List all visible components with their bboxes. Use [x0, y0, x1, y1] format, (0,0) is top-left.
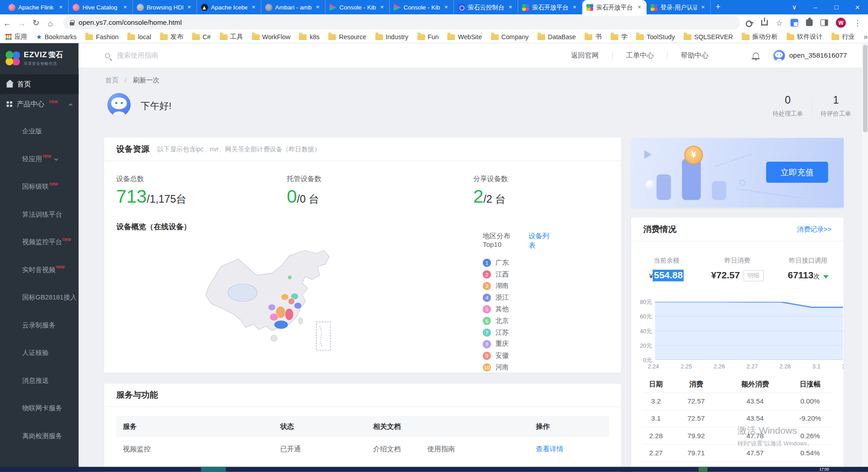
bookmark-star-icon[interactable]	[776, 18, 782, 27]
tab-close-icon[interactable]	[507, 4, 514, 11]
bookmark-folder[interactable]: ToolStudy	[636, 33, 674, 41]
bookmark-folder[interactable]: C#	[192, 33, 211, 41]
detail-button[interactable]: 明细	[743, 270, 764, 281]
bookmark-folder[interactable]: 书	[585, 33, 602, 41]
official-site-link[interactable]: 返回官网	[558, 51, 612, 60]
bookmarks-star-item[interactable]: Bookmarks	[36, 33, 77, 41]
address-bar[interactable]: open.ys7.com/console/home.html	[63, 16, 740, 30]
recharge-button[interactable]: 立即充值	[766, 162, 828, 183]
bookmark-folder[interactable]: Resource	[329, 33, 366, 41]
sidebar-subitem[interactable]: 离岗检测服务	[0, 422, 79, 449]
breadcrumb-home[interactable]: 首页	[105, 77, 119, 84]
browser-tab[interactable]: Apache Flink W	[5, 0, 69, 14]
pending-workorders[interactable]: 0 待处理工单	[769, 94, 807, 118]
browser-tab[interactable]: Console - Kiba	[326, 0, 390, 14]
workorder-center-link[interactable]: 工单中心	[613, 51, 667, 60]
bookmark-folder[interactable]: 工具	[220, 33, 243, 41]
translate-icon[interactable]	[791, 19, 798, 27]
sidebar-subitem[interactable]: 实时音视频 new	[0, 256, 79, 283]
tab-close-icon[interactable]	[186, 4, 193, 11]
sidebar-subitem[interactable]: 物联网卡服务	[0, 394, 79, 422]
toreview-workorders[interactable]: 1 待评价工单	[817, 94, 855, 118]
tab-close-icon[interactable]	[250, 4, 257, 11]
windows-taskbar[interactable]: 17:00	[0, 467, 868, 472]
bookmark-folder[interactable]: 发布	[160, 33, 183, 41]
sidebar-subitem[interactable]: 国标级联 new	[0, 173, 79, 200]
apps-shortcut[interactable]: 应用	[5, 33, 27, 41]
browser-tab[interactable]: 萤石开放平台-提	[583, 0, 647, 14]
username[interactable]: open_3581616077	[789, 51, 847, 59]
tab-close-icon[interactable]	[58, 4, 64, 11]
service-doc-guide[interactable]: 使用指南	[427, 445, 455, 454]
profile-avatar[interactable]: W	[836, 18, 846, 27]
breadcrumb-current[interactable]: 刷新一次	[133, 77, 159, 84]
browser-tab[interactable]: Hive Catalog |	[68, 0, 133, 14]
sidebar-subitem[interactable]: 算法训练平台	[0, 200, 79, 228]
ezviz-logo[interactable]: EZVIZ 萤石 乐享安全智能生活	[0, 43, 79, 74]
bookmark-folder[interactable]: Company	[491, 33, 529, 41]
taskbar-app[interactable]	[201, 467, 226, 472]
taskbar-app[interactable]	[699, 467, 708, 472]
close-button[interactable]	[847, 3, 868, 12]
browser-tab[interactable]: 登录-用户认证中	[646, 0, 711, 14]
bookmark-folder[interactable]: k8s	[299, 33, 320, 41]
browser-tab[interactable]: Ambari - amba	[261, 0, 326, 14]
tab-close-icon[interactable]	[443, 4, 450, 11]
back-button[interactable]	[0, 18, 14, 27]
sidebar-subitem[interactable]: 国标GB28181接入	[0, 284, 79, 311]
tab-close-icon[interactable]	[122, 4, 129, 11]
sidebar-item[interactable]: 首页	[0, 74, 79, 94]
browser-tab[interactable]: 萤石云控制台_E	[454, 0, 518, 14]
reload-button[interactable]	[29, 18, 43, 27]
view-details-link[interactable]: 查看详情	[536, 445, 563, 453]
tab-close-icon[interactable]	[314, 4, 321, 11]
tab-close-icon[interactable]	[700, 4, 706, 11]
bookmark-folder[interactable]: 学	[610, 33, 628, 41]
bookmark-folder[interactable]: WorkFlow	[252, 33, 290, 41]
password-key-icon[interactable]	[746, 20, 754, 25]
extensions-icon[interactable]	[806, 19, 813, 26]
sidebar-subitem[interactable]: 轻应用 new	[0, 145, 79, 172]
tab-search-icon[interactable]	[784, 3, 805, 11]
bookmark-folder[interactable]: Fun	[417, 33, 439, 41]
sidebar-subitem[interactable]: 云录制服务	[0, 311, 79, 339]
search-input[interactable]	[116, 51, 282, 60]
bookmark-folder[interactable]: DataBase	[538, 33, 576, 41]
sidebar-subitem[interactable]: 视频监控平台 new	[0, 228, 79, 256]
bookmark-folder[interactable]: Industry	[375, 33, 408, 41]
browser-tab[interactable]: Browsing HDFS	[133, 0, 197, 14]
tab-close-icon[interactable]	[379, 4, 385, 11]
bookmark-folder[interactable]: local	[127, 33, 151, 41]
device-list-link[interactable]: 设备列表	[529, 231, 556, 250]
page-scrollbar[interactable]	[862, 43, 868, 467]
sidebar-subitem[interactable]: 企业版	[0, 118, 79, 145]
user-avatar[interactable]	[773, 50, 785, 61]
bookmark-folder[interactable]: 软件设计	[787, 33, 823, 41]
url-text[interactable]: open.ys7.com/console/home.html	[79, 19, 182, 27]
consumption-records-link[interactable]: 消费记录>>	[797, 225, 832, 234]
menu-kebab-icon[interactable]	[854, 18, 861, 27]
browser-tab[interactable]: 萤石开放平台-开	[518, 0, 583, 14]
minimize-button[interactable]	[805, 3, 826, 11]
new-tab-button[interactable]	[711, 0, 725, 14]
notification-bell-icon[interactable]	[753, 53, 759, 58]
side-panel-icon[interactable]	[820, 19, 828, 26]
bookmark-folder[interactable]: 行业	[832, 33, 855, 41]
bookmark-folder[interactable]: Fashion	[86, 33, 119, 41]
forward-button[interactable]	[14, 18, 29, 27]
browser-tab[interactable]: Console - Kiba	[390, 0, 454, 14]
bookmarks-overflow-icon[interactable]	[863, 33, 868, 41]
service-doc-intro[interactable]: 介绍文档	[373, 445, 401, 454]
tab-close-icon[interactable]	[571, 4, 578, 11]
bookmark-folder[interactable]: 振动分析	[742, 33, 778, 41]
share-icon[interactable]	[761, 20, 768, 25]
help-center-link[interactable]: 帮助中心	[668, 51, 722, 60]
bookmark-folder[interactable]: WebSite	[448, 33, 482, 41]
dropdown-arrow-icon[interactable]	[823, 275, 828, 278]
maximize-button[interactable]	[826, 3, 847, 11]
tab-close-icon[interactable]	[636, 4, 643, 11]
browser-tab[interactable]: Apache Iceberg	[197, 0, 262, 14]
sidebar-subitem[interactable]: 消息推送	[0, 367, 79, 394]
home-button[interactable]	[43, 18, 58, 27]
scrollbar-thumb[interactable]	[863, 45, 867, 132]
